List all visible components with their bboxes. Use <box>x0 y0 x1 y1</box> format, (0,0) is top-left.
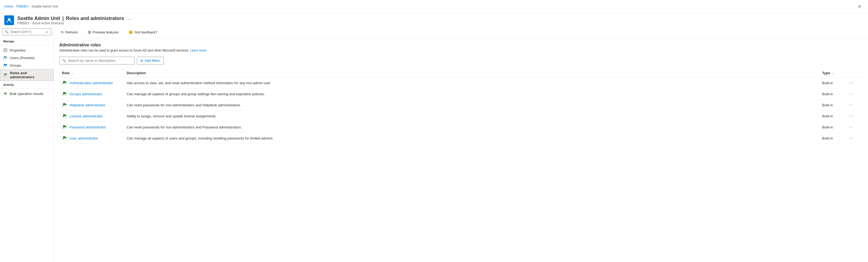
breadcrumb-current: Seattle Admin Unit <box>32 5 58 8</box>
role-name[interactable]: License administrator <box>69 114 103 118</box>
top-bar: Home › FIMDEV › Seattle Admin Unit ✕ <box>0 0 868 13</box>
row-actions-4[interactable]: ··· <box>846 122 863 133</box>
role-search-input[interactable] <box>68 59 132 63</box>
col-header-type[interactable]: Type ↑↓ <box>819 69 846 78</box>
col-header-actions <box>846 69 863 78</box>
breadcrumb-sep2: › <box>29 5 30 8</box>
role-description-3: Ability to assign, remove and update lic… <box>124 111 819 122</box>
roles-icon <box>3 73 8 77</box>
role-name[interactable]: Authentication administrator <box>69 81 113 85</box>
sidebar-item-label: Roles and administrators <box>10 71 50 79</box>
row-ellipsis-2[interactable]: ··· <box>849 103 860 107</box>
breadcrumb-sep1: › <box>14 5 15 8</box>
role-name[interactable]: Groups administrator <box>69 92 102 96</box>
roles-table: Role ↑↓ Description Type ↑↓ <box>59 69 863 144</box>
row-actions-0[interactable]: ··· <box>846 78 863 88</box>
sidebar-item-label: Users (Preview) <box>10 56 34 60</box>
table-row: Groups administrator Can manage all aspe… <box>59 88 863 99</box>
table-row: Password administrator Can reset passwor… <box>59 122 863 133</box>
search-icon: 🔍 <box>5 30 9 34</box>
search-box[interactable]: 🔍 <box>59 57 135 64</box>
preview-features-button[interactable]: ⊞ Preview features <box>85 28 122 36</box>
svg-point-12 <box>4 93 5 94</box>
sidebar-collapse-button[interactable]: « <box>45 30 49 34</box>
role-name[interactable]: Password administrator <box>69 125 106 129</box>
sidebar-item-roles[interactable]: Roles and administrators <box>0 69 54 81</box>
activity-divider <box>0 88 54 89</box>
sidebar-item-label: Groups <box>10 63 21 67</box>
row-actions-1[interactable]: ··· <box>846 88 863 99</box>
sidebar: 🔍 « Manage Properties <box>0 26 54 262</box>
col-header-description: Description <box>124 69 819 78</box>
role-description-2: Can reset passwords for non-administrato… <box>124 99 819 111</box>
toolbar-divider2 <box>123 29 124 35</box>
role-name[interactable]: User administrator <box>69 136 98 140</box>
users-icon <box>3 56 7 60</box>
role-type-1: Built-in <box>819 88 846 99</box>
svg-point-9 <box>4 74 6 75</box>
activity-section-label: Activity <box>0 81 54 87</box>
svg-point-24 <box>63 136 65 139</box>
page-icon <box>4 16 14 25</box>
section-desc: Administrative roles can be used to gran… <box>59 49 863 52</box>
learn-more-link[interactable]: Learn more <box>190 49 207 52</box>
row-ellipsis-4[interactable]: ··· <box>849 125 860 129</box>
close-button[interactable]: ✕ <box>855 2 864 11</box>
role-cell-0: Authentication administrator <box>59 78 124 88</box>
svg-point-23 <box>65 126 67 127</box>
section-title: Administrative roles <box>59 42 863 48</box>
role-icon-4 <box>62 124 67 130</box>
bulk-icon <box>3 91 7 96</box>
content: ↻ Refresh ⊞ Preview features 😊 Got feedb… <box>54 26 868 262</box>
sidebar-search-input[interactable] <box>10 30 43 34</box>
groups-icon <box>3 63 7 67</box>
table-row: Helpdesk administrator Can reset passwor… <box>59 99 863 111</box>
role-sort-icon: ↑↓ <box>72 72 74 75</box>
row-ellipsis-0[interactable]: ··· <box>849 80 860 85</box>
role-icon-2 <box>62 102 67 108</box>
role-type-5: Built-in <box>819 133 846 144</box>
sidebar-item-label: Bulk operation results <box>10 92 43 96</box>
page-title-area: Seattle Admin Unit | Roles and administr… <box>17 16 864 25</box>
svg-point-6 <box>6 57 7 58</box>
page-header: Seattle Admin Unit | Roles and administr… <box>0 13 868 26</box>
role-cell-3: License administrator <box>59 111 124 122</box>
row-ellipsis-1[interactable]: ··· <box>849 91 860 96</box>
svg-point-21 <box>65 115 67 116</box>
sidebar-search-box[interactable]: 🔍 « <box>2 28 52 35</box>
role-icon-5 <box>62 136 67 141</box>
breadcrumb-fimdev[interactable]: FIMDEV <box>16 5 28 8</box>
role-name[interactable]: Helpdesk administrator <box>69 103 105 107</box>
table-row: User administrator Can manage all aspect… <box>59 133 863 144</box>
page-ellipsis-button[interactable]: ... <box>126 16 133 21</box>
row-ellipsis-3[interactable]: ··· <box>849 114 860 118</box>
svg-point-22 <box>63 125 65 127</box>
role-icon-0 <box>62 80 67 86</box>
content-area: Administrative roles Administrative role… <box>54 38 868 262</box>
svg-point-15 <box>65 82 67 83</box>
col-header-role[interactable]: Role ↑↓ <box>59 69 124 78</box>
sidebar-item-users[interactable]: Users (Preview) <box>0 54 54 61</box>
breadcrumb-home[interactable]: Home <box>4 5 13 8</box>
manage-section-label: Manage <box>0 37 54 44</box>
table-row: Authentication administrator Has access … <box>59 78 863 88</box>
main-layout: 🔍 « Manage Properties <box>0 26 868 262</box>
row-actions-5[interactable]: ··· <box>846 133 863 144</box>
role-description-5: Can manage all aspects of users and grou… <box>124 133 819 144</box>
svg-point-7 <box>4 64 5 65</box>
row-actions-3[interactable]: ··· <box>846 111 863 122</box>
feedback-button[interactable]: 😊 Got feedback? <box>126 29 160 36</box>
sidebar-item-bulk[interactable]: Bulk operation results <box>0 90 54 97</box>
role-cell-1: Groups administrator <box>59 88 124 99</box>
refresh-button[interactable]: ↻ Refresh <box>58 29 81 36</box>
page-subtitle: FIMDEV - Azure Active Directory <box>17 21 864 25</box>
row-actions-2[interactable]: ··· <box>846 99 863 111</box>
add-filters-button[interactable]: ⊕ Add filters <box>137 57 164 64</box>
sidebar-item-label: Properties <box>10 48 26 52</box>
row-ellipsis-5[interactable]: ··· <box>849 136 860 141</box>
role-cell-5: User administrator <box>59 133 124 144</box>
sidebar-item-properties[interactable]: Properties <box>0 47 54 54</box>
svg-point-16 <box>63 92 65 94</box>
sidebar-item-groups[interactable]: Groups <box>0 61 54 69</box>
svg-point-17 <box>65 92 67 94</box>
